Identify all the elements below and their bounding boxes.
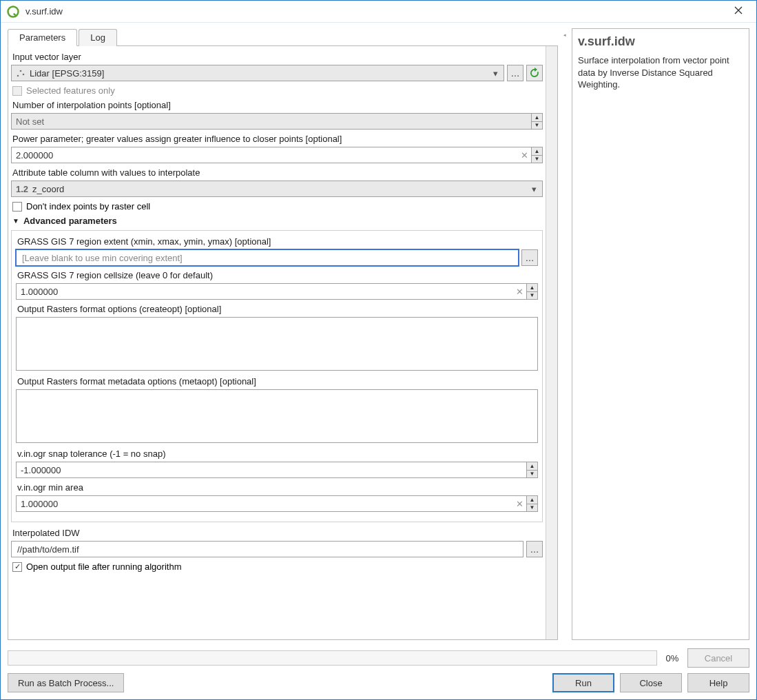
advanced-header: Advanced parameters [23, 216, 117, 226]
noindex-label: Don't index points by raster cell [26, 201, 150, 212]
chevron-down-icon: ▾ [492, 68, 499, 79]
ellipsis-icon: … [526, 253, 535, 263]
help-description: Surface interpolation from vector point … [578, 54, 743, 91]
browse-layer-button[interactable]: … [507, 65, 523, 81]
scroll-pane: Input vector layer Lidar [EPSG:3159] ▾ … [8, 46, 546, 639]
qgis-icon [6, 5, 20, 19]
svg-point-3 [20, 70, 22, 72]
svg-point-4 [23, 74, 25, 76]
output-browse-button[interactable]: … [526, 541, 543, 557]
window-close-button[interactable] [726, 6, 751, 17]
open-output-check[interactable]: Open output file after running algorithm [12, 562, 543, 572]
output-path-field[interactable] [16, 542, 519, 557]
triangle-down-icon: ▼ [12, 217, 19, 225]
power-label: Power parameter; greater values assign g… [12, 134, 543, 144]
minarea-label: v.in.ogr min area [17, 482, 538, 493]
cellsize-spin[interactable]: 1.000000 ✕ ▲▼ [16, 283, 538, 300]
selected-only-checkbox [12, 86, 22, 96]
noindex-checkbox[interactable] [12, 202, 22, 212]
cancel-button: Cancel [687, 648, 749, 668]
input-layer-label: Input vector layer [12, 52, 543, 62]
attr-value: z_coord [32, 184, 530, 194]
power-value: 2.000000 [16, 150, 521, 161]
output-label: Interpolated IDW [12, 528, 543, 538]
clear-icon[interactable]: ✕ [516, 499, 523, 509]
npoints-spin-buttons[interactable]: ▲▼ [531, 114, 542, 129]
window-title: v.surf.idw [25, 6, 726, 17]
input-layer-combo[interactable]: Lidar [EPSG:3159] ▾ [11, 65, 504, 81]
open-output-label: Open output file after running algorithm [26, 562, 181, 572]
selected-only-check: Selected features only [12, 85, 543, 96]
open-output-checkbox[interactable] [12, 562, 22, 572]
tab-bar: Parameters Log [8, 29, 558, 46]
iterate-icon [529, 68, 540, 79]
tab-log[interactable]: Log [79, 29, 117, 46]
attr-prefix: 1.2 [16, 184, 28, 194]
tab-parameters[interactable]: Parameters [8, 29, 77, 46]
progress-bar [8, 650, 657, 666]
noindex-check[interactable]: Don't index points by raster cell [12, 201, 543, 212]
clear-icon[interactable]: ✕ [516, 287, 523, 297]
svg-point-2 [17, 75, 19, 77]
snap-spin[interactable]: -1.000000 ▲▼ [16, 462, 538, 478]
close-icon [734, 6, 743, 14]
point-layer-icon [16, 68, 25, 78]
run-button[interactable]: Run [552, 673, 614, 692]
advanced-toggle[interactable]: ▼ Advanced parameters [12, 216, 543, 226]
extent-picker-button[interactable]: … [521, 249, 538, 266]
tab-content: Input vector layer Lidar [EPSG:3159] ▾ … [8, 45, 558, 640]
chevron-down-icon: ▾ [530, 184, 538, 194]
attr-select[interactable]: 1.2 z_coord ▾ [11, 181, 543, 197]
params-scroll-inner: Input vector layer Lidar [EPSG:3159] ▾ … [11, 49, 544, 637]
help-title: v.surf.idw [578, 34, 743, 49]
npoints-value: Not set [16, 116, 531, 127]
npoints-label: Number of interpolation points [optional… [12, 100, 543, 110]
createopt-textarea[interactable] [16, 317, 538, 371]
splitter-icon [563, 28, 566, 39]
help-pane: v.surf.idw Surface interpolation from ve… [572, 28, 749, 640]
snap-spin-buttons[interactable]: ▲▼ [526, 462, 537, 477]
button-row: Run as Batch Process... Run Close Help [8, 673, 749, 692]
ellipsis-icon: … [530, 544, 539, 555]
minarea-spin-buttons[interactable]: ▲▼ [526, 496, 537, 511]
minarea-value: 1.000000 [21, 499, 516, 509]
dialog-window: v.surf.idw Parameters Log Input vector l… [0, 0, 757, 700]
iterate-button[interactable] [526, 65, 543, 81]
left-pane: Parameters Log Input vector layer [8, 28, 558, 640]
run-batch-button[interactable]: Run as Batch Process... [8, 673, 124, 692]
attr-label: Attribute table column with values to in… [12, 167, 543, 178]
output-path-input[interactable] [11, 541, 523, 557]
cellsize-value: 1.000000 [21, 287, 516, 297]
createopt-label: Output Rasters format options (createopt… [17, 304, 538, 314]
input-layer-value: Lidar [EPSG:3159] [30, 68, 492, 79]
clear-icon[interactable]: ✕ [521, 150, 528, 161]
npoints-spin[interactable]: Not set ▲▼ [11, 113, 543, 130]
extent-label: GRASS GIS 7 region extent (xmin, xmax, y… [17, 236, 538, 247]
help-button[interactable]: Help [687, 673, 749, 692]
cellsize-label: GRASS GIS 7 region cellsize (leave 0 for… [17, 270, 538, 280]
vertical-scrollbar[interactable] [546, 46, 557, 639]
main-area: Parameters Log Input vector layer [8, 28, 749, 640]
splitter-handle[interactable] [562, 28, 568, 640]
progress-row: 0% Cancel [8, 648, 749, 668]
title-bar: v.surf.idw [1, 1, 756, 23]
metaopt-textarea[interactable] [16, 389, 538, 443]
minarea-spin[interactable]: 1.000000 ✕ ▲▼ [16, 495, 538, 512]
power-spin[interactable]: 2.000000 ✕ ▲▼ [11, 147, 543, 163]
extent-input-field[interactable] [21, 250, 514, 265]
snap-value: -1.000000 [21, 465, 526, 475]
selected-only-label: Selected features only [26, 85, 115, 96]
power-spin-buttons[interactable]: ▲▼ [531, 147, 542, 163]
metaopt-label: Output Rasters format metadata options (… [17, 376, 538, 387]
progress-percent: 0% [663, 653, 682, 663]
ellipsis-icon: … [511, 68, 520, 79]
advanced-group: GRASS GIS 7 region extent (xmin, xmax, y… [11, 230, 543, 522]
close-button[interactable]: Close [620, 673, 682, 692]
cellsize-spin-buttons[interactable]: ▲▼ [526, 284, 537, 299]
extent-input[interactable] [16, 249, 519, 266]
dialog-body: Parameters Log Input vector layer [1, 23, 756, 699]
snap-label: v.in.ogr snap tolerance (-1 = no snap) [17, 449, 538, 459]
